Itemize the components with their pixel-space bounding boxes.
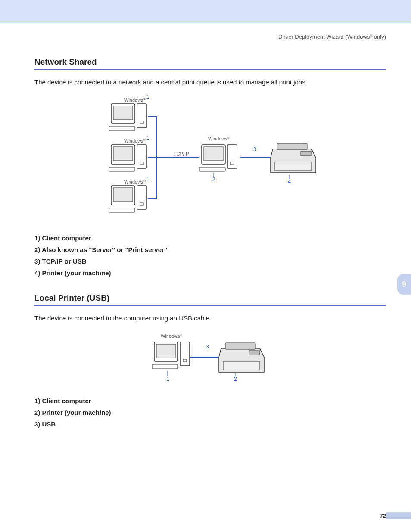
svg-rect-21: [109, 208, 135, 212]
svg-rect-35: [275, 162, 311, 171]
svg-rect-50: [223, 361, 260, 370]
svg-rect-49: [225, 343, 255, 349]
svg-rect-44: [152, 364, 178, 369]
breadcrumb-suffix: only): [372, 34, 386, 40]
breadcrumb-prefix: Driver Deployment Wizard (Windows: [278, 34, 370, 40]
svg-text:4: 4: [288, 179, 291, 185]
client-computer-icon: Windows® 1 Windows® 1 Windows® 1: [109, 95, 149, 212]
diagram-local-printer: Windows® 1 3 2: [146, 331, 275, 387]
svg-rect-34: [277, 143, 307, 150]
svg-text:1: 1: [146, 95, 149, 100]
printer-icon: [219, 343, 264, 372]
list-item: 4) Printer (your machine): [34, 267, 386, 279]
svg-text:2: 2: [234, 376, 237, 382]
chapter-tab: 9: [397, 274, 411, 295]
svg-rect-42: [180, 342, 190, 366]
list-item: 3) TCP/IP or USB: [34, 255, 386, 267]
svg-rect-41: [156, 344, 176, 358]
svg-rect-36: [301, 151, 311, 156]
section2-desc: The device is connected to the computer …: [34, 314, 386, 323]
svg-rect-19: [137, 186, 146, 209]
svg-rect-26: [204, 147, 223, 161]
svg-text:1: 1: [146, 176, 149, 182]
section1-desc: The device is connected to a network and…: [34, 78, 386, 87]
client-computer-icon: [152, 342, 190, 369]
svg-rect-11: [113, 147, 133, 161]
svg-text:2: 2: [212, 177, 215, 183]
printer-icon: [271, 143, 316, 173]
svg-text:Windows®: Windows®: [124, 179, 146, 184]
svg-text:Windows®: Windows®: [124, 97, 146, 103]
list-item: 1) Client computer: [34, 395, 386, 407]
svg-text:3: 3: [206, 344, 209, 350]
svg-rect-4: [113, 106, 133, 120]
section1-list: 1) Client computer 2) Also known as "Ser…: [34, 232, 386, 279]
list-item: 2) Also known as "Server" or "Print serv…: [34, 244, 386, 255]
svg-rect-51: [249, 351, 260, 355]
list-item: 2) Printer (your machine): [34, 407, 386, 418]
svg-rect-5: [137, 104, 146, 128]
svg-rect-29: [199, 167, 225, 171]
svg-text:Windows®: Windows®: [208, 136, 230, 141]
section2-list: 1) Client computer 2) Printer (your mach…: [34, 395, 386, 430]
section-title-local-printer: Local Printer (USB): [34, 293, 386, 306]
diagram-network-shared: Windows® 1 Windows® 1 Windows® 1: [98, 95, 322, 224]
footer-accent-bar: [386, 512, 411, 519]
svg-text:1: 1: [146, 135, 149, 141]
svg-text:Windows®: Windows®: [124, 138, 146, 143]
svg-text:3: 3: [253, 146, 256, 152]
svg-rect-18: [113, 188, 133, 202]
svg-rect-7: [109, 126, 135, 131]
top-bar: [0, 0, 411, 23]
server-computer-icon: [199, 145, 237, 171]
breadcrumb: Driver Deployment Wizard (Windows® only): [34, 34, 386, 40]
svg-rect-27: [227, 145, 237, 168]
section-title-network-shared: Network Shared: [34, 57, 386, 70]
svg-rect-14: [109, 167, 135, 171]
list-item: 3) USB: [34, 418, 386, 430]
page-number: 72: [380, 513, 386, 519]
svg-rect-12: [137, 145, 146, 168]
svg-text:1: 1: [166, 376, 169, 382]
list-item: 1) Client computer: [34, 232, 386, 244]
svg-text:Windows®: Windows®: [161, 333, 183, 339]
svg-text:TCP/IP: TCP/IP: [174, 151, 189, 156]
page-content: Driver Deployment Wizard (Windows® only)…: [0, 23, 411, 430]
